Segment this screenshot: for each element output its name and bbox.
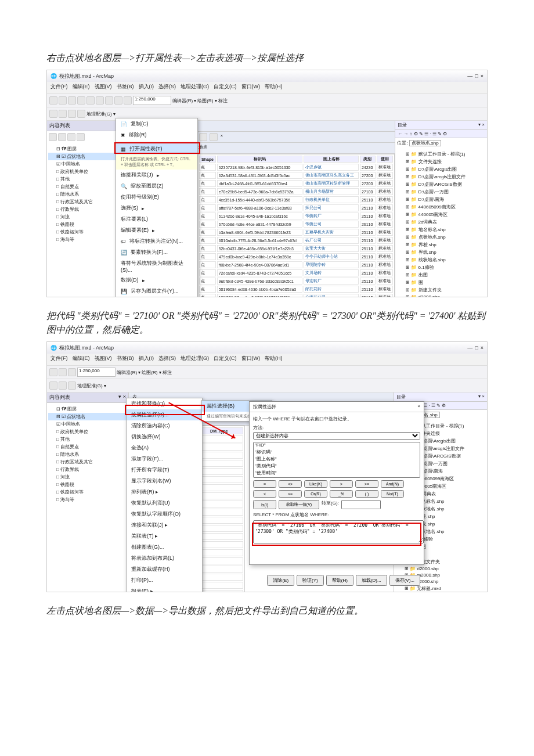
menu-insert[interactable]: 插入(I): [139, 83, 154, 92]
window-close[interactable]: ×: [481, 73, 484, 79]
op-like[interactable]: Like(K): [304, 480, 327, 488]
cm-join[interactable]: 连接和关联(J) ▸: [116, 170, 197, 181]
list-by-selection-icon[interactable]: [77, 133, 85, 141]
table-tab[interactable]: 点状地名: [186, 143, 395, 154]
layer-admin[interactable]: □ 行政区域及其它: [48, 198, 126, 206]
dlg-method-select[interactable]: 创建新选择内容: [253, 432, 420, 440]
undo-icon[interactable]: [114, 96, 122, 105]
menu-edit[interactable]: 编辑(E): [73, 83, 90, 92]
paste-icon[interactable]: [105, 96, 113, 105]
op-not[interactable]: Not(T): [381, 490, 404, 498]
op-gt[interactable]: >: [330, 480, 353, 488]
print-icon[interactable]: [77, 96, 85, 105]
btn-verify[interactable]: 验证(Y): [297, 575, 324, 586]
menu-customize[interactable]: 自定义(C): [214, 83, 237, 92]
mi-select-all[interactable]: 全选(A): [127, 442, 202, 453]
menu-geoprocessing[interactable]: 地理处理(G): [181, 83, 209, 92]
tb-select-icon[interactable]: [210, 133, 218, 141]
copy-icon[interactable]: [96, 96, 104, 105]
layer-island[interactable]: □ 海岛等: [48, 236, 126, 243]
menu-select[interactable]: 选择(S): [158, 83, 176, 92]
mi-graph[interactable]: 创建图表(G)...: [127, 542, 202, 553]
list-by-drawing-icon[interactable]: [49, 133, 57, 141]
menu-bookmark[interactable]: 书签(B): [117, 83, 134, 92]
op-ne[interactable]: <>: [279, 480, 302, 488]
toc-root[interactable]: ⊟ 🗺 图层: [48, 145, 126, 153]
cm-label[interactable]: 标注要素(L): [116, 214, 197, 225]
mi-join[interactable]: 连接和关联(J) ▸: [127, 520, 202, 531]
menu-view[interactable]: 视图(V): [95, 83, 112, 92]
mi-restore-w[interactable]: 恢复默认列宽(U): [127, 498, 202, 509]
scale-combo[interactable]: 1:250,000: [133, 96, 171, 105]
mi-related[interactable]: 关联表(T) ▸: [127, 531, 202, 542]
window-minimize[interactable]: —: [467, 345, 472, 351]
layer-gov[interactable]: □ 政府机关单位: [48, 168, 126, 175]
catalog-tree[interactable]: ⊞ 📁 默认工作目录 - 模拟(1)⊞ 📁 文件夹连接⊞ 📁 D:\桌面\Arc…: [395, 148, 487, 297]
menu-file[interactable]: 文件(F): [50, 83, 68, 92]
col-code[interactable]: 标识码: [217, 156, 303, 163]
col-shape[interactable]: Shape: [199, 156, 215, 163]
mi-switch-sel[interactable]: 切换选择(W): [127, 431, 202, 442]
layer-water[interactable]: □ 陆地水系: [48, 190, 126, 198]
new-icon[interactable]: [49, 96, 57, 105]
catalog-location[interactable]: 点状地名.shp: [409, 140, 441, 146]
col-name[interactable]: 图上名称: [304, 156, 359, 163]
layer-boundary[interactable]: □ 行政界线: [48, 206, 126, 213]
catalog-toolbar[interactable]: ← → ⌂ ⚙ ✎ ☰ · ☰ ✎ ⚙: [395, 130, 487, 138]
cm-edit[interactable]: 编辑要素(E) ▸: [116, 225, 197, 236]
btn-load[interactable]: 加载(D)...: [356, 575, 387, 586]
tb-close-icon[interactable]: ×: [220, 133, 223, 141]
draw-toolbar[interactable]: 绘图(R) ▾: [197, 98, 217, 104]
dlg-field-list[interactable]: "FID""标识码""图上名称""类别代码""使用时间": [253, 442, 420, 478]
mi-print[interactable]: 打印(P)...: [127, 575, 202, 586]
btn-clear[interactable]: 清除(E): [267, 575, 294, 586]
mi-add-layout[interactable]: 将表添加到布局(L): [127, 553, 202, 564]
georef-toolbar[interactable]: 地理配准(G) ▾: [86, 111, 116, 117]
zoomin-icon[interactable]: [49, 110, 57, 118]
cm-selection[interactable]: 选择(S) ▸: [116, 203, 197, 214]
col-use[interactable]: 使用: [377, 156, 393, 163]
mi-show-alias[interactable]: 显示字段别名(W): [127, 476, 202, 487]
redo-icon[interactable]: [124, 96, 132, 105]
cm-convert-rep[interactable]: 将符号系统转换为制图表达(S)...: [116, 258, 197, 275]
op-le[interactable]: <=: [279, 490, 302, 498]
op-paren[interactable]: ( ): [355, 490, 378, 498]
btn-save[interactable]: 保存(V)...: [389, 575, 420, 586]
cm-data[interactable]: 数据(D) ▸: [116, 275, 197, 286]
mi-find[interactable]: 查找和替换(Q)...: [127, 398, 202, 409]
editor-toolbar[interactable]: 编辑器(R) ▾: [172, 98, 196, 104]
cm-save-lyr[interactable]: 💾 另存为图层文件(Y)...: [116, 286, 197, 297]
op-is[interactable]: Is(I): [253, 500, 276, 509]
op-or[interactable]: Or(R): [304, 490, 327, 498]
cm-symbollevel[interactable]: 使用符号级别(E): [116, 192, 197, 203]
mi-report[interactable]: 报表(E) ▸: [127, 586, 202, 592]
btn-help[interactable]: 帮助(H): [326, 575, 353, 586]
op-unique[interactable]: 获取唯一值(V): [279, 500, 319, 509]
attribute-table[interactable]: FID Shape 标识码 图上名称 类别 使用 1点62357218-98b-…: [186, 154, 395, 297]
mi-add-field[interactable]: 添加字段(F)...: [127, 453, 202, 465]
tb-related-icon[interactable]: [199, 133, 207, 141]
cm-remove[interactable]: ✖ 移除(R): [116, 129, 197, 141]
label-toolbar[interactable]: 标注: [218, 98, 228, 104]
op-pct[interactable]: _%: [330, 490, 353, 498]
op-ge[interactable]: >=: [355, 480, 378, 488]
layer-point-names-2[interactable]: ⊟ ☑ 点状地名: [48, 413, 127, 420]
mi-sort[interactable]: 排列表(R) ▸: [127, 487, 202, 498]
op-eq[interactable]: =: [253, 480, 276, 488]
window-maximize[interactable]: □: [475, 345, 478, 351]
mi-restore-o[interactable]: 恢复默认字段顺序(O): [127, 509, 202, 520]
dlg-where-expression[interactable]: [253, 520, 424, 543]
mi-reload[interactable]: 重新加载缓存(H): [127, 564, 202, 575]
window-maximize[interactable]: □: [475, 73, 478, 79]
layer-rail[interactable]: □ 铁路段: [48, 221, 126, 228]
layer-nature[interactable]: □ 自然要点: [48, 183, 126, 190]
mi-open-cols[interactable]: 打开所有字段(T): [127, 465, 202, 476]
op-lt[interactable]: <: [253, 490, 276, 498]
dlg-close-icon[interactable]: ×: [417, 404, 420, 410]
menu-bar[interactable]: 文件(F) 编辑(E) 视图(V) 书签(B) 插入(I) 选择(S) 地理处理…: [47, 82, 487, 94]
window-minimize[interactable]: —: [467, 73, 472, 79]
layer-river[interactable]: □ 河流: [48, 213, 126, 221]
menu-bar-2[interactable]: 文件(F)编辑(E)视图(V)书签(B)插入(I)选择(S)地理处理(G)自定义…: [47, 354, 487, 366]
layer-rail2[interactable]: □ 铁路运河等: [48, 228, 126, 236]
zoomout-icon[interactable]: [59, 110, 67, 118]
